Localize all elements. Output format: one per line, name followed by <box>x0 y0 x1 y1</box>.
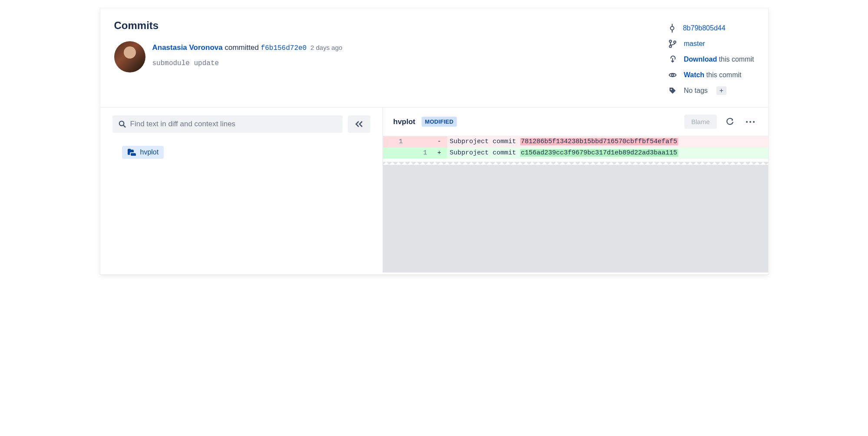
committed-word: committed <box>224 43 258 52</box>
commit-relative-time: 2 days ago <box>310 44 342 51</box>
refresh-button[interactable] <box>723 115 737 129</box>
add-tag-button[interactable]: + <box>716 86 726 95</box>
watch-link[interactable]: Watch this commit <box>684 71 742 79</box>
submodule-icon <box>127 149 136 156</box>
search-box[interactable] <box>112 115 343 133</box>
diff-row-removed: 1 - Subproject commit 781286b5f134238b15… <box>383 136 768 148</box>
svg-point-8 <box>119 121 123 125</box>
eye-icon <box>668 71 677 79</box>
branch-link[interactable]: master <box>684 40 705 48</box>
diff-pane: hvplot MODIFIED Blame 1 - Subproject com… <box>383 108 768 272</box>
commit-line: Anastasia Voronova committed f6b156d72e0… <box>152 41 343 53</box>
commit-node-icon <box>668 24 676 33</box>
svg-line-9 <box>123 125 125 128</box>
avatar[interactable] <box>114 41 145 72</box>
svg-point-4 <box>669 46 671 48</box>
svg-point-3 <box>669 40 671 43</box>
chevron-double-left-icon <box>355 121 363 128</box>
file-tree-item-hvplot[interactable]: hvplot <box>122 146 164 159</box>
left-pane: hvplot <box>100 108 383 272</box>
commit-text-block: Anastasia Voronova committed f6b156d72e0… <box>152 41 343 72</box>
refresh-icon <box>726 118 734 126</box>
svg-point-7 <box>670 89 672 90</box>
side-actions: 8b79b805d44 master Download this commit … <box>668 20 754 98</box>
branch-icon <box>668 39 677 48</box>
commit-hash-link[interactable]: f6b156d72e0 <box>261 44 307 52</box>
diff-code-removed: Subproject commit 781286b5f134238b15bbd7… <box>447 136 768 148</box>
diff-end-zigzag <box>383 159 768 165</box>
svg-point-6 <box>671 74 673 76</box>
search-icon <box>119 120 126 128</box>
download-icon <box>668 55 677 64</box>
header: Commits Anastasia Voronova committed f6b… <box>100 8 768 107</box>
commits-page: Commits Anastasia Voronova committed f6b… <box>100 8 769 275</box>
svg-point-5 <box>673 41 676 43</box>
modified-badge: MODIFIED <box>422 117 457 127</box>
more-actions-button[interactable] <box>743 118 758 126</box>
diff-row-added: 1 + Subproject commit c156ad239cc3f9679b… <box>383 148 768 159</box>
parent-commit-row: 8b79b805d44 <box>668 20 754 36</box>
line-number-new <box>407 136 432 148</box>
tags-row: No tags + <box>668 83 754 98</box>
diff-sign: + <box>432 148 447 159</box>
svg-point-10 <box>746 121 748 123</box>
author-link[interactable]: Anastasia Voronova <box>152 43 223 52</box>
more-horizontal-icon <box>746 121 755 123</box>
line-number-old <box>383 148 407 159</box>
collapse-sidebar-button[interactable] <box>348 115 370 133</box>
diff-sign: - <box>432 136 447 148</box>
diff-filename: hvplot <box>393 118 416 126</box>
line-number-old: 1 <box>383 136 407 148</box>
diff-body: 1 - Subproject commit 781286b5f134238b15… <box>383 136 768 159</box>
diff-code-added: Subproject commit c156ad239cc3f9679bc317… <box>447 148 768 159</box>
download-row: Download this commit <box>668 52 754 67</box>
line-number-new: 1 <box>407 148 432 159</box>
commit-message: submodule update <box>152 59 343 67</box>
page-title: Commits <box>114 20 343 32</box>
branch-row: master <box>668 36 754 52</box>
diff-empty-area <box>383 165 768 272</box>
no-tags-text: No tags <box>684 87 708 95</box>
content-split: hvplot hvplot MODIFIED Blame 1 <box>100 107 768 272</box>
watch-row: Watch this commit <box>668 67 754 83</box>
svg-point-12 <box>753 121 755 123</box>
blame-button[interactable]: Blame <box>684 115 717 129</box>
search-row <box>112 115 370 133</box>
parent-hash-link[interactable]: 8b79b805d44 <box>683 24 726 32</box>
diff-header: hvplot MODIFIED Blame <box>383 108 768 136</box>
file-tree: hvplot <box>112 146 370 159</box>
commit-meta: Anastasia Voronova committed f6b156d72e0… <box>114 41 343 72</box>
svg-point-0 <box>670 26 674 30</box>
svg-point-11 <box>749 121 751 123</box>
tag-icon <box>668 86 677 95</box>
search-input[interactable] <box>130 120 337 128</box>
file-tree-item-label: hvplot <box>140 148 159 156</box>
header-left: Commits Anastasia Voronova committed f6b… <box>114 20 343 98</box>
download-link[interactable]: Download this commit <box>684 56 754 63</box>
